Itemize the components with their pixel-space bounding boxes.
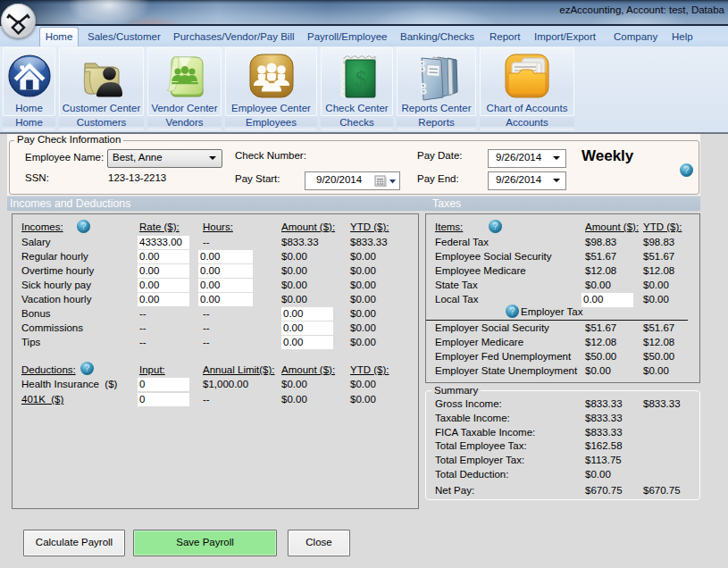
svg-text:$: $ (355, 67, 366, 91)
